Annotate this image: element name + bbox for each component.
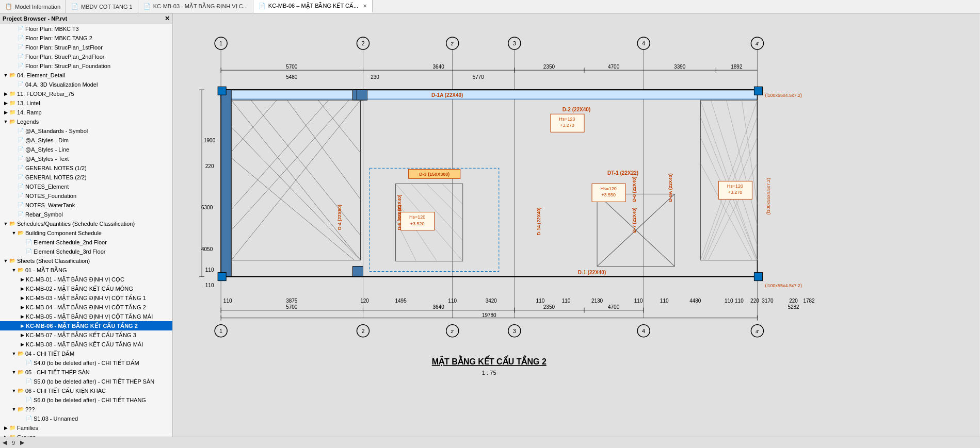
sidebar-item-floor-strucplan-2nd[interactable]: 📄Floor Plan: StrucPlan_2ndFloor	[0, 52, 172, 61]
file-icon: 📄	[18, 127, 24, 135]
tab-kc-mb-06[interactable]: 📄 KC-MB-06 – MẶT BẰNG KẾT CẤ... ✕	[253, 0, 373, 13]
tree-toggle-element-detail[interactable]: ▼	[2, 71, 9, 79]
tree-toggle-kc-mb-03-sheet[interactable]: ▶	[19, 294, 26, 302]
tree-label-kc-mb-05: KC-MB-05 - MẶT BẰNG ĐỊNH VỊ CỘT TẦNG MÁI	[26, 312, 153, 321]
svg-text:4: 4	[642, 40, 645, 46]
tree-label-sheet-01-mat-bang: 01 - MẶT BẰNG	[25, 266, 67, 274]
svg-text:D-14 (22X40): D-14 (22X40)	[536, 207, 541, 235]
sidebar-item-s1-unnamed[interactable]: 📄S1.03 - Unnamed	[0, 414, 172, 423]
sidebar-item-building-component-schedule[interactable]: ▼📂Building Component Schedule	[0, 228, 172, 238]
sidebar-item-kc-mb-06-sheet[interactable]: ▶KC-MB-06 - MẶT BẰNG KẾT CẤU TẦNG 2	[0, 321, 172, 330]
tree-toggle-building-component-schedule[interactable]: ▼	[10, 229, 18, 237]
sidebar-item-a-styles-line[interactable]: 📄@A_Styles - Line	[0, 145, 172, 154]
svg-text:3: 3	[513, 328, 516, 334]
tab-model-information[interactable]: 📋 Model Information	[0, 0, 66, 13]
svg-text:4480: 4480	[689, 298, 701, 304]
sidebar-item-kc-mb-03-sheet[interactable]: ▶KC-MB-03 - MẶT BẰNG ĐỊNH VỊ CỘT TẦNG 1	[0, 293, 172, 303]
sidebar-item-notes-watertank[interactable]: 📄NOTES_WaterTank	[0, 201, 172, 210]
tab-mbdv-cot-tang1[interactable]: 📄 MBDV COT TANG 1	[66, 0, 138, 13]
svg-text:220: 220	[789, 298, 798, 304]
tree-toggle-kc-mb-07[interactable]: ▶	[19, 331, 26, 339]
sidebar-item-element-schedule-3rd[interactable]: 📄Element Schedule_3rd Floor	[0, 247, 172, 256]
tab-kc-mb-03[interactable]: 📄 KC-MB-03 - MẶT BẰNG ĐỊNH VỊ C...	[138, 0, 253, 13]
folder-icon: 📂	[18, 368, 24, 376]
tree-toggle-lintel[interactable]: ▶	[2, 99, 9, 107]
sidebar-close-button[interactable]: ✕	[165, 15, 170, 22]
svg-text:19780: 19780	[482, 312, 496, 318]
tree-toggle-sheet-unknown[interactable]: ▼	[10, 405, 18, 413]
nav-left-button[interactable]: ◀	[3, 439, 7, 446]
sidebar-item-sheet-04-chi-tiet-dam[interactable]: ▼📂04 - CHI TIẾT DẦM	[0, 349, 172, 358]
sidebar-item-schedules[interactable]: ▼📂Schedules/Quantities (Schedule Classif…	[0, 219, 172, 228]
svg-text:230: 230	[371, 74, 379, 80]
sidebar-item-a-styles-text[interactable]: 📄@A_Styles - Text	[0, 154, 172, 163]
sidebar-item-kc-mb-08[interactable]: ▶KC-MB-08 - MẶT BẰNG KẾT CẤU TẦNG MÁI	[0, 340, 172, 349]
sidebar-item-notes-element[interactable]: 📄NOTES_Element	[0, 182, 172, 191]
tree-toggle-sheet-01-mat-bang[interactable]: ▼	[10, 266, 18, 274]
sidebar-item-sheet-05-chi-tiet-thep-san[interactable]: ▼📂05 - CHI TIẾT THÉP SÀN	[0, 368, 172, 377]
sidebar-item-kc-mb-07[interactable]: ▶KC-MB-07 - MẶT BẰNG KẾT CẤU TẦNG 3	[0, 330, 172, 340]
sidebar-item-s4-dam[interactable]: 📄S4.0 (to be deleted after) - CHI TIẾT D…	[0, 358, 172, 368]
sidebar-item-floor-rebar-75[interactable]: ▶📁11. FLOOR_Rebar_75	[0, 89, 172, 98]
tree-toggle-kc-mb-08[interactable]: ▶	[19, 340, 26, 349]
tree-label-notes-foundation: NOTES_Foundation	[25, 192, 76, 200]
svg-text:220: 220	[750, 298, 759, 304]
file-icon: 📄	[26, 359, 32, 367]
sidebar-item-floor-strucplan-foundation[interactable]: 📄Floor Plan: StrucPlan_Foundation	[0, 61, 172, 71]
sidebar-item-kc-mb-01[interactable]: ▶KC-MB-01 - MẶT BẰNG ĐỊNH VỊ CỌC	[0, 275, 172, 284]
tree-toggle-kc-mb-05[interactable]: ▶	[19, 312, 26, 321]
tree-toggle-kc-mb-01[interactable]: ▶	[19, 275, 26, 284]
tree-label-sheet-06-chi-tiet-cau-kien: 06 - CHI TIẾT CẤU KIỆN KHÁC	[25, 387, 106, 395]
sidebar-item-element-detail[interactable]: ▼📂04. Element_Detail	[0, 71, 172, 80]
tree-toggle-kc-mb-04[interactable]: ▶	[19, 303, 26, 311]
sidebar-item-a-styles-dim[interactable]: 📄@A_Styles - Dim	[0, 136, 172, 145]
sidebar-item-floor-mbkc-tang2[interactable]: 📄Floor Plan: MBKC TANG 2	[0, 34, 172, 43]
sidebar-item-ramp[interactable]: ▶📁14. Ramp	[0, 108, 172, 117]
sidebar-item-sheets[interactable]: ▼📂Sheets (Sheet Classification)	[0, 256, 172, 266]
sidebar-item-s5-thep-san[interactable]: 📄S5.0 (to be deleted after) - CHI TIẾT T…	[0, 377, 172, 386]
sidebar-item-general-notes-1[interactable]: 📄GENERAL NOTES (1/2)	[0, 163, 172, 173]
sidebar-item-kc-mb-05[interactable]: ▶KC-MB-05 - MẶT BẰNG ĐỊNH VỊ CỘT TẦNG MÁ…	[0, 312, 172, 321]
sidebar-item-rebar-symbol[interactable]: 📄Rebar_Symbol	[0, 210, 172, 219]
sidebar-item-viz-model[interactable]: 📄04.A. 3D Visualization Model	[0, 80, 172, 89]
tree-toggle-sheets[interactable]: ▼	[2, 257, 9, 265]
sidebar-item-sheet-01-mat-bang[interactable]: ▼📂01 - MẶT BẰNG	[0, 266, 172, 275]
tree-toggle-families[interactable]: ▶	[2, 424, 9, 432]
sidebar-item-s6-thang[interactable]: 📄S6.0 (to be deleted after) - CHI TIẾT T…	[0, 395, 172, 405]
sidebar-item-floor-strucplan-1st[interactable]: 📄Floor Plan: StrucPlan_1stFloor	[0, 43, 172, 52]
sidebar-item-floor-mbkc-t3[interactable]: 📄Floor Plan: MBKC T3	[0, 24, 172, 34]
sidebar-item-kc-mb-02[interactable]: ▶KC-MB-02 - MẶT BẰNG KẾT CẤU MÓNG	[0, 284, 172, 293]
tree-toggle-kc-mb-02[interactable]: ▶	[19, 285, 26, 293]
tree-toggle-groups[interactable]: ▶	[2, 433, 9, 437]
tree-toggle-kc-mb-06-sheet[interactable]: ▶	[19, 322, 26, 330]
sidebar-item-element-schedule-2nd[interactable]: 📄Element Schedule_2nd Floor	[0, 238, 172, 247]
file-icon: 📄	[18, 210, 24, 219]
tree-toggle-ramp[interactable]: ▶	[2, 108, 9, 117]
tree-label-sheet-05-chi-tiet-thep-san: 05 - CHI TIẾT THÉP SÀN	[25, 368, 90, 376]
tree-label-viz-model: 04.A. 3D Visualization Model	[25, 80, 98, 89]
tree-label-sheets: Sheets (Sheet Classification)	[17, 257, 90, 265]
tree-toggle-schedules[interactable]: ▼	[2, 220, 9, 228]
sidebar-item-families[interactable]: ▶📁Families	[0, 423, 172, 433]
tree-toggle-sheet-06-chi-tiet-cau-kien[interactable]: ▼	[10, 387, 18, 395]
tab-close-kc06[interactable]: ✕	[363, 3, 367, 9]
svg-text:220: 220	[205, 163, 214, 169]
svg-rect-108	[218, 87, 226, 95]
svg-text:D-3 (150X300): D-3 (150X300)	[419, 172, 449, 177]
nav-right-button[interactable]: ▶	[20, 439, 24, 446]
sidebar-item-lintel[interactable]: ▶📁13. Lintel	[0, 98, 172, 108]
sidebar-item-a-standards-symbol[interactable]: 📄@A_Standards - Symbol	[0, 126, 172, 136]
sidebar-item-notes-foundation[interactable]: 📄NOTES_Foundation	[0, 191, 172, 201]
tree-toggle-sheet-04-chi-tiet-dam[interactable]: ▼	[10, 350, 18, 358]
tree-toggle-legends[interactable]: ▼	[2, 118, 9, 126]
svg-text:D-1A (22X40): D-1A (22X40)	[431, 92, 463, 98]
sidebar-item-kc-mb-04[interactable]: ▶KC-MB-04 - MẶT BẰNG ĐỊNH VỊ CỘT TẦNG 2	[0, 303, 172, 312]
sidebar-item-sheet-unknown[interactable]: ▼📂???	[0, 405, 172, 414]
tree-label-a-standards-symbol: @A_Standards - Symbol	[25, 127, 88, 135]
sidebar-item-legends[interactable]: ▼📂Legends	[0, 117, 172, 126]
tree-toggle-floor-rebar-75[interactable]: ▶	[2, 90, 9, 98]
sidebar-item-groups[interactable]: ▶📁Groups	[0, 433, 172, 437]
sidebar-item-sheet-06-chi-tiet-cau-kien[interactable]: ▼📂06 - CHI TIẾT CẤU KIỆN KHÁC	[0, 386, 172, 395]
sidebar-item-general-notes-2[interactable]: 📄GENERAL NOTES (2/2)	[0, 173, 172, 182]
tree-toggle-sheet-05-chi-tiet-thep-san[interactable]: ▼	[10, 368, 18, 376]
